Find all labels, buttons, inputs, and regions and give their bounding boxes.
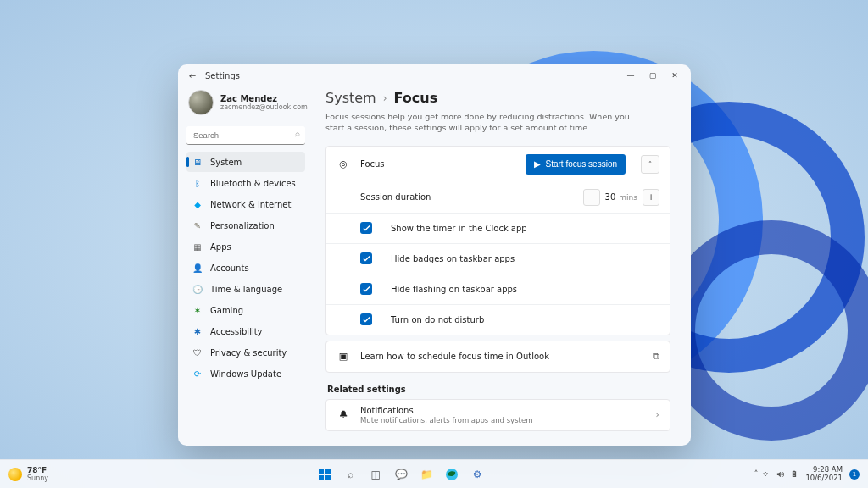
search-icon: ⌕ xyxy=(342,467,358,482)
bell-icon: 🔔︎ xyxy=(337,409,350,420)
calendar-icon: ▣ xyxy=(337,351,350,362)
sidebar-item-personalization[interactable]: ✎Personalization xyxy=(186,215,305,236)
sidebar-item-time[interactable]: 🕒Time & language xyxy=(186,279,305,299)
start-focus-button[interactable]: ▶ Start focus session xyxy=(526,154,626,175)
chevron-right-icon: › xyxy=(656,409,659,420)
user-card[interactable]: Zac Mendez zacmendez@outlook.com xyxy=(186,86,305,122)
svg-rect-0 xyxy=(319,469,324,474)
sidebar-item-apps[interactable]: ▦Apps xyxy=(186,236,305,257)
duration-unit: mins xyxy=(619,193,637,202)
svg-rect-2 xyxy=(319,475,324,480)
checkbox-checked-icon[interactable] xyxy=(360,252,372,264)
notifications-card[interactable]: 🔔︎ Notifications Mute notifications, ale… xyxy=(326,399,670,431)
taskview-button[interactable]: ◫ xyxy=(364,463,387,485)
search-box[interactable]: ⌕ xyxy=(186,125,305,145)
breadcrumb: System › Focus xyxy=(326,90,670,106)
breadcrumb-parent[interactable]: System xyxy=(326,90,376,106)
accessibility-icon: ✱ xyxy=(192,325,203,337)
shield-icon: 🛡 xyxy=(192,347,203,358)
main-content: System › Focus Focus sessions help you g… xyxy=(312,86,691,446)
clock[interactable]: 9:28 AM 10/6/2021 xyxy=(805,466,843,482)
focus-card: ◎ Focus ▶ Start focus session ˄ Session … xyxy=(326,146,670,336)
related-heading: Related settings xyxy=(327,385,670,394)
wifi-tray-icon[interactable]: ᯤ xyxy=(763,469,771,479)
sun-icon xyxy=(8,468,22,481)
search-icon: ⌕ xyxy=(295,129,300,138)
person-icon: 👤 xyxy=(192,262,203,274)
checkbox-checked-icon[interactable] xyxy=(360,313,372,325)
settings-window: ← Settings — ▢ ✕ Zac Mendez zacmendez@ou… xyxy=(178,64,691,446)
update-icon: ⟳ xyxy=(192,368,203,380)
checkbox-checked-icon[interactable] xyxy=(360,222,372,234)
chevron-right-icon: › xyxy=(383,92,387,104)
sidebar-item-accessibility[interactable]: ✱Accessibility xyxy=(186,321,305,341)
bluetooth-icon: ᛒ xyxy=(192,177,203,189)
target-icon: ◎ xyxy=(337,158,350,169)
play-icon: ▶ xyxy=(534,159,541,169)
notifications-title: Notifications xyxy=(360,406,646,415)
sidebar-item-accounts[interactable]: 👤Accounts xyxy=(186,258,305,278)
svg-rect-3 xyxy=(326,475,331,480)
focus-title: Focus xyxy=(360,159,515,169)
sidebar-item-gaming[interactable]: ✶Gaming xyxy=(186,300,305,320)
checkbox-checked-icon[interactable] xyxy=(360,283,372,295)
external-link-icon: ⧉ xyxy=(653,351,659,362)
battery-tray-icon[interactable]: 🔋︎ xyxy=(790,469,798,479)
notification-badge[interactable]: 1 xyxy=(849,469,860,480)
option-hide-flashing[interactable]: Hide flashing on taskbar apps xyxy=(326,274,670,304)
duration-value: 30 xyxy=(605,192,616,202)
user-name: Zac Mendez xyxy=(220,94,308,103)
edge-button[interactable] xyxy=(441,463,463,485)
page-description: Focus sessions help you get more done by… xyxy=(326,111,648,134)
sidebar-item-bluetooth[interactable]: ᛒBluetooth & devices xyxy=(186,173,305,193)
taskview-icon: ◫ xyxy=(368,467,383,482)
nav-list: 🖥System ᛒBluetooth & devices ◆Network & … xyxy=(186,152,305,384)
minimize-button[interactable]: — xyxy=(620,67,642,84)
clock-icon: 🕒 xyxy=(192,283,203,295)
back-button[interactable]: ← xyxy=(186,71,198,80)
notifications-sub: Mute notifications, alerts from apps and… xyxy=(360,416,646,424)
option-dnd[interactable]: Turn on do not disturb xyxy=(326,304,670,335)
maximize-button[interactable]: ▢ xyxy=(642,67,664,84)
page-title: Focus xyxy=(393,90,437,106)
weather-widget[interactable]: 78°F Sunny xyxy=(8,466,48,482)
windows-icon xyxy=(317,467,332,482)
xbox-icon: ✶ xyxy=(192,304,203,316)
sidebar: Zac Mendez zacmendez@outlook.com ⌕ 🖥Syst… xyxy=(178,86,312,446)
outlook-label: Learn how to schedule focus time in Outl… xyxy=(360,352,643,361)
chat-icon: 💬 xyxy=(393,467,409,482)
close-button[interactable]: ✕ xyxy=(664,67,686,84)
system-tray[interactable]: ˄ ᯤ 🔊︎ 🔋︎ xyxy=(754,469,798,479)
grid-icon: ▦ xyxy=(192,241,203,252)
display-icon: 🖥 xyxy=(192,156,203,168)
window-title: Settings xyxy=(205,71,240,80)
sidebar-item-update[interactable]: ⟳Windows Update xyxy=(186,363,305,384)
wifi-icon: ◆ xyxy=(192,198,203,210)
search-taskbar-button[interactable]: ⌕ xyxy=(339,463,361,485)
option-show-timer[interactable]: Show the timer in the Clock app xyxy=(326,213,670,243)
explorer-button[interactable]: 📁 xyxy=(415,463,437,485)
edge-icon xyxy=(444,467,459,482)
sidebar-item-network[interactable]: ◆Network & internet xyxy=(186,194,305,214)
outlook-card[interactable]: ▣ Learn how to schedule focus time in Ou… xyxy=(326,341,670,373)
decrease-button[interactable]: − xyxy=(583,189,600,206)
sidebar-item-privacy[interactable]: 🛡Privacy & security xyxy=(186,342,305,363)
chevron-up-icon[interactable]: ˄ xyxy=(754,469,758,479)
increase-button[interactable]: + xyxy=(643,189,659,206)
sidebar-item-system[interactable]: 🖥System xyxy=(186,152,305,172)
duration-row: Session duration − 30 mins + xyxy=(326,182,670,213)
avatar xyxy=(188,90,214,115)
start-button[interactable] xyxy=(314,463,336,485)
volume-tray-icon[interactable]: 🔊︎ xyxy=(776,469,785,479)
taskbar: 78°F Sunny ⌕ ◫ 💬 📁 ⚙ ˄ ᯤ 🔊︎ 🔋︎ 9:28 AM 1… xyxy=(0,459,868,488)
folder-icon: 📁 xyxy=(419,467,434,482)
paintbrush-icon: ✎ xyxy=(192,219,203,231)
search-input[interactable] xyxy=(186,126,305,145)
gear-icon: ⚙ xyxy=(470,467,485,482)
chat-button[interactable]: 💬 xyxy=(390,463,412,485)
user-email: zacmendez@outlook.com xyxy=(220,103,308,111)
collapse-button[interactable]: ˄ xyxy=(641,155,659,174)
option-hide-badges[interactable]: Hide badges on taskbar apps xyxy=(326,243,670,274)
settings-taskbar-button[interactable]: ⚙ xyxy=(466,463,488,485)
titlebar: ← Settings — ▢ ✕ xyxy=(178,64,691,86)
